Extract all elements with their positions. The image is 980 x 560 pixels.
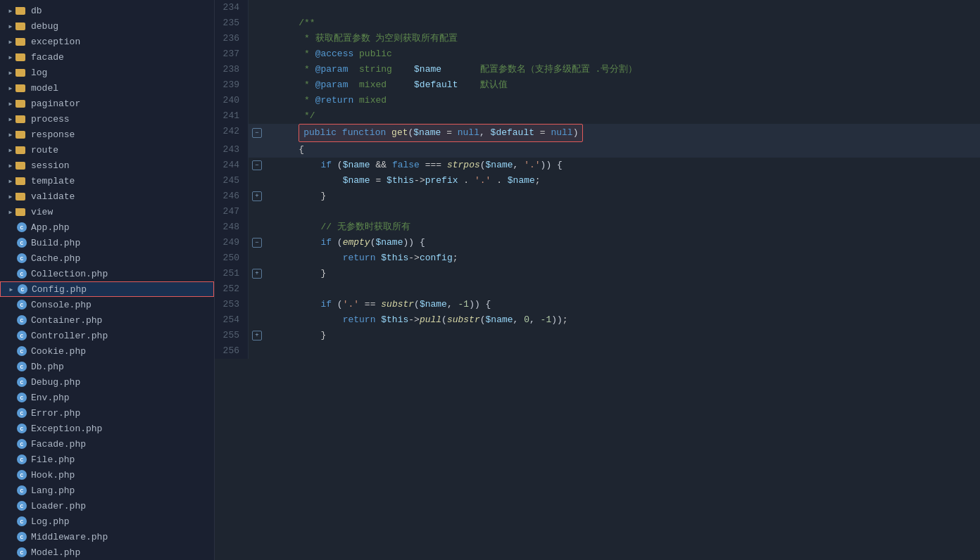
gutter bbox=[249, 124, 265, 142]
sidebar-item-Model.php[interactable]: C Model.php bbox=[0, 545, 214, 560]
sidebar-item-Env.php[interactable]: C Env.php bbox=[0, 390, 214, 405]
fold-marker[interactable] bbox=[252, 331, 262, 341]
fold-marker[interactable] bbox=[252, 128, 262, 138]
line-number: 238 bbox=[215, 62, 249, 77]
sidebar-item-label: Error.php bbox=[31, 408, 80, 419]
sidebar-item-App.php[interactable]: C App.php bbox=[0, 219, 214, 235]
sidebar-item-label: db bbox=[31, 6, 42, 16]
line-number: 251 bbox=[215, 266, 249, 281]
code-line-252: 252 bbox=[215, 281, 980, 297]
tree-arrow-icon bbox=[6, 116, 15, 122]
code-line-255: 255 } bbox=[215, 328, 980, 343]
line-number: 246 bbox=[215, 189, 249, 204]
code-text bbox=[265, 281, 980, 297]
code-line-246: 246 } bbox=[215, 189, 980, 204]
sidebar-item-label: paginator bbox=[31, 98, 80, 109]
tree-arrow-icon bbox=[6, 70, 15, 76]
sidebar-item-Log.php[interactable]: C Log.php bbox=[0, 514, 214, 529]
line-number: 253 bbox=[215, 297, 249, 312]
file-tree[interactable]: db debug exception facade log model pagi… bbox=[0, 0, 215, 560]
fold-marker[interactable] bbox=[252, 160, 262, 170]
code-line-242: 242 public function get($name = null, $d… bbox=[215, 124, 980, 142]
code-text bbox=[265, 204, 980, 219]
file-c-icon: C bbox=[15, 532, 28, 542]
line-number: 248 bbox=[215, 219, 249, 235]
sidebar-item-model[interactable]: model bbox=[0, 80, 214, 96]
file-c-icon: C bbox=[15, 454, 28, 464]
sidebar-item-Hook.php[interactable]: C Hook.php bbox=[0, 467, 214, 483]
sidebar-item-label: Exception.php bbox=[31, 424, 102, 434]
sidebar-item-label: Controller.php bbox=[31, 331, 108, 341]
gutter bbox=[249, 15, 265, 31]
sidebar-item-Collection.php[interactable]: C Collection.php bbox=[0, 266, 214, 281]
code-line-239: 239 * @param mixed $default 默认值 bbox=[215, 77, 980, 93]
sidebar-item-view[interactable]: view bbox=[0, 204, 214, 219]
gutter bbox=[249, 77, 265, 93]
fold-marker[interactable] bbox=[252, 238, 262, 248]
sidebar-item-validate[interactable]: validate bbox=[0, 189, 214, 204]
gutter bbox=[249, 312, 265, 328]
sidebar-item-Middleware.php[interactable]: C Middleware.php bbox=[0, 529, 214, 545]
code-line-240: 240 * @return mixed bbox=[215, 93, 980, 108]
line-number: 239 bbox=[215, 77, 249, 93]
code-line-251: 251 } bbox=[215, 266, 980, 281]
sidebar-item-Db.php[interactable]: C Db.php bbox=[0, 359, 214, 374]
fold-marker[interactable] bbox=[252, 191, 262, 201]
code-line-241: 241 */ bbox=[215, 108, 980, 124]
file-c-icon: C bbox=[15, 331, 28, 341]
sidebar-item-exception[interactable]: exception bbox=[0, 34, 214, 49]
code-line-237: 237 * @access public bbox=[215, 46, 980, 62]
sidebar-item-Container.php[interactable]: C Container.php bbox=[0, 312, 214, 328]
sidebar-item-response[interactable]: response bbox=[0, 127, 214, 142]
sidebar-item-route[interactable]: route bbox=[0, 142, 214, 158]
sidebar-item-db[interactable]: db bbox=[0, 3, 214, 18]
sidebar-item-Lang.php[interactable]: C Lang.php bbox=[0, 483, 214, 498]
sidebar-item-Cache.php[interactable]: C Cache.php bbox=[0, 250, 214, 266]
sidebar-item-Build.php[interactable]: C Build.php bbox=[0, 235, 214, 250]
sidebar-item-process[interactable]: process bbox=[0, 111, 214, 127]
sidebar-item-Exception.php[interactable]: C Exception.php bbox=[0, 421, 214, 436]
sidebar-item-facade[interactable]: facade bbox=[0, 49, 214, 65]
sidebar-item-Error.php[interactable]: C Error.php bbox=[0, 405, 214, 421]
line-number: 237 bbox=[215, 46, 249, 62]
line-number: 235 bbox=[215, 15, 249, 31]
sidebar-item-Debug.php[interactable]: C Debug.php bbox=[0, 374, 214, 390]
code-line-243: 243 { bbox=[215, 142, 980, 158]
file-c-icon: C bbox=[16, 284, 29, 294]
sidebar-item-label: Debug.php bbox=[31, 377, 80, 388]
code-text: if (empty($name)) { bbox=[265, 235, 980, 250]
sidebar-item-template[interactable]: template bbox=[0, 173, 214, 189]
sidebar-item-label: facade bbox=[31, 52, 64, 63]
sidebar-item-Facade.php[interactable]: C Facade.php bbox=[0, 436, 214, 452]
folder-icon bbox=[15, 146, 28, 154]
gutter bbox=[249, 46, 265, 62]
folder-icon bbox=[15, 84, 28, 92]
code-line-244: 244 if ($name && false === strpos($name,… bbox=[215, 158, 980, 173]
code-line-249: 249 if (empty($name)) { bbox=[215, 235, 980, 250]
code-line-253: 253 if ('.' == substr($name, -1)) { bbox=[215, 297, 980, 312]
sidebar-item-Controller.php[interactable]: C Controller.php bbox=[0, 328, 214, 343]
code-text: * @access public bbox=[265, 46, 980, 62]
code-text: $name = $this->prefix . '.' . $name; bbox=[265, 173, 980, 189]
sidebar-item-paginator[interactable]: paginator bbox=[0, 96, 214, 111]
gutter bbox=[249, 173, 265, 189]
sidebar-item-session[interactable]: session bbox=[0, 158, 214, 173]
sidebar-item-Loader.php[interactable]: C Loader.php bbox=[0, 498, 214, 514]
sidebar-item-log[interactable]: log bbox=[0, 65, 214, 80]
line-number: 254 bbox=[215, 312, 249, 328]
tree-arrow-icon bbox=[6, 85, 15, 91]
line-number: 234 bbox=[215, 0, 249, 15]
line-number: 252 bbox=[215, 281, 249, 297]
fold-marker[interactable] bbox=[252, 269, 262, 279]
sidebar-item-Cookie.php[interactable]: C Cookie.php bbox=[0, 343, 214, 359]
tree-arrow-icon bbox=[6, 193, 15, 200]
line-number: 240 bbox=[215, 93, 249, 108]
gutter bbox=[249, 93, 265, 108]
sidebar-item-Console.php[interactable]: C Console.php bbox=[0, 297, 214, 312]
sidebar-item-File.php[interactable]: C File.php bbox=[0, 452, 214, 467]
sidebar-item-label: File.php bbox=[31, 454, 75, 465]
sidebar-item-Config.php[interactable]: C Config.php bbox=[0, 281, 214, 297]
sidebar-item-label: session bbox=[31, 160, 70, 171]
code-text: * @param mixed $default 默认值 bbox=[265, 77, 980, 93]
sidebar-item-debug[interactable]: debug bbox=[0, 18, 214, 34]
